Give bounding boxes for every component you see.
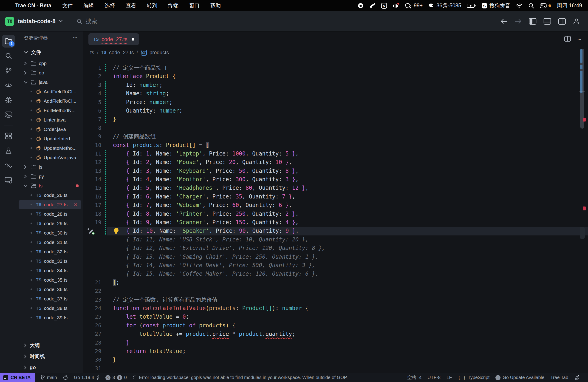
menu-item[interactable]: 帮助 [210,2,221,8]
eol-setting[interactable]: LF [446,375,452,380]
code-line-28[interactable]: 28 } [83,339,588,347]
cn-beta-badge[interactable]: CN BETA [0,373,35,382]
back-arrow-icon[interactable] [500,18,508,24]
code-line-3[interactable]: 3 Id: number; [83,81,588,89]
tree-item-ts[interactable]: ts [17,181,83,191]
debug-icon[interactable] [2,93,15,106]
problems-indicator[interactable]: ✕ 3 ! 0 [105,375,127,380]
audio-bars-icon[interactable] [393,2,399,9]
code-line-14[interactable]: 14 { Id: 4, Name: 'Monitor', Price: 300,… [83,175,588,184]
control-center-icon[interactable] [540,3,551,8]
code-line-9[interactable]: 9// 创建商品数组 [83,132,588,141]
eye-icon[interactable] [2,79,15,92]
tree-item-code_37ts[interactable]: TScode_37.ts [17,294,83,303]
beaker-icon[interactable] [2,144,15,157]
wifi-icon[interactable] [516,3,523,8]
breadcrumb-root[interactable]: ts [90,50,94,56]
waves-icon[interactable] [2,159,15,172]
tree-item-EditMethodN[interactable]: EditMethodN... [17,106,83,115]
tree-item-code_34ts[interactable]: TScode_34.ts [17,266,83,275]
split-editor-icon[interactable] [564,36,571,43]
code-line-22[interactable]: 22 [83,287,588,296]
tree-item-Linterjava[interactable]: Linter.java [17,115,83,125]
workspace-badge[interactable]: T8 [5,17,14,26]
code-line-7[interactable]: 7} [83,115,588,124]
code-line-2[interactable]: 2interface Product { [83,72,588,81]
tree-item-java[interactable]: java [17,77,83,87]
code-line-ghost[interactable]: { Id: 13, Name: 'Gaming Chair', Price: 2… [83,253,588,261]
code-line-25[interactable]: 25 let totalValue = 0; [83,313,588,321]
code-line-6[interactable]: 6 Quantity: number; [83,106,588,115]
tree-item-UpdateMetho[interactable]: UpdateMetho... [17,143,83,153]
tree-item-UpdateVarjava[interactable]: UpdateVar.java [17,153,83,162]
code-line-13[interactable]: 13 { Id: 3, Name: 'Keyboard', Price: 50,… [83,167,588,175]
code-line-29[interactable]: 29 return totalValue; [83,347,588,356]
tree-item-code_29ts[interactable]: TScode_29.ts [17,219,83,228]
code-line-16[interactable]: 16 { Id: 6, Name: 'Charger', Price: 35, … [83,192,588,201]
tree-item-AddFieldToCl[interactable]: AddFieldToCl... [17,96,83,106]
breadcrumb-symbol[interactable]: products [149,50,169,56]
tree-item-cpp[interactable]: cpp [17,59,83,68]
menu-item[interactable]: 转到 [147,2,157,8]
code-line-ghost[interactable]: { Id: 14, Name: 'Office Desk', Price: 50… [83,261,588,270]
tree-item-code_28ts[interactable]: TScode_28.ts [17,209,83,219]
bird-icon[interactable] [369,3,376,9]
code-line-ghost[interactable]: { Id: 12, Name: 'External Drive', Price:… [83,244,588,253]
terminal-icon[interactable] [2,108,15,121]
code-line-27[interactable]: 27 totalValue += product.price * product… [83,330,588,338]
battery-icon[interactable] [467,3,476,8]
code-line-12[interactable]: 12 { Id: 2, Name: 'Mouse', Price: 20, Qu… [83,158,588,167]
trae-tab-setting[interactable]: Trae Tab [550,375,568,380]
notifications-bell-icon[interactable] [574,375,580,380]
sidebar-section-timeline[interactable]: 时间线 [17,351,83,362]
layout-panel-icon[interactable] [544,18,551,25]
code-line-8[interactable]: 8 [83,124,588,132]
sidebar-section-go[interactable]: go [17,362,83,373]
scrollbar-segment[interactable] [580,227,585,239]
more-actions-icon[interactable]: ⋯ [73,35,78,41]
explorer-icon[interactable]: 1 [2,35,15,47]
encoding-setting[interactable]: UTF-8 [427,375,441,380]
menu-item[interactable]: 终端 [168,2,178,8]
layout-sidebar-right-icon[interactable] [558,18,566,25]
files-section-header[interactable]: 文件 [17,44,83,59]
tree-item-code_35ts[interactable]: TScode_35.ts [17,275,83,285]
app-name[interactable]: Trae CN - Beta [15,2,51,9]
menu-item[interactable]: 查看 [126,2,136,8]
source-control-icon[interactable] [2,64,15,77]
tree-item-code_27ts[interactable]: TScode_27.ts3 [19,200,81,209]
account-icon[interactable] [573,18,580,25]
sogou-icon[interactable]: S搜狗拼音 [482,2,510,9]
tree-item-code_31ts[interactable]: TScode_31.ts [17,237,83,247]
menu-item[interactable]: 选择 [105,2,115,8]
chevron-down-icon[interactable] [58,19,63,23]
tree-item-code_38ts[interactable]: TScode_38.ts [17,303,83,313]
code-line-31[interactable]: 31 [83,364,588,373]
code-line-4[interactable]: 4 Name: string; [83,89,588,98]
tree-item-code_26ts[interactable]: TScode_26.ts [17,191,83,200]
code-line-30[interactable]: 30} [83,356,588,364]
tree-item-AddFieldToCl[interactable]: AddFieldToCl... [17,87,83,96]
code-line-24[interactable]: 24function calculateTotalValue(products:… [83,304,588,313]
code-line-ghost[interactable]: { Id: 11, Name: 'USB Stick', Price: 10, … [83,235,588,244]
global-search[interactable]: 搜索 [77,18,97,25]
code-editor[interactable]: 1// 定义一个商品接口2interface Product {3 Id: nu… [83,58,588,373]
menu-item[interactable]: 文件 [62,2,73,8]
code-line-ghost[interactable]: { Id: 15, Name: 'Coffee Maker', Price: 1… [83,270,588,278]
code-line-26[interactable]: 26 for (const product of products) { [83,321,588,330]
code-line-18[interactable]: 18 { Id: 8, Name: 'Printer', Price: 250,… [83,210,588,218]
tree-item-code_33ts[interactable]: TScode_33.ts [17,256,83,266]
spotlight-search-icon[interactable] [528,3,534,9]
tree-item-UpdateInterf[interactable]: UpdateInterf... [17,134,83,143]
code-line-23[interactable]: 23// 定义一个函数, 计算所有商品的总价值 [83,296,588,304]
breadcrumb-file[interactable]: code_27.ts [109,50,134,56]
code-line-5[interactable]: 5 Price: number; [83,98,588,106]
code-line-21[interactable]: 21]; [83,278,588,287]
menu-item[interactable]: 窗口 [189,2,200,8]
sidebar-section-outline[interactable]: 大纲 [17,340,83,351]
tree-item-code_36ts[interactable]: TScode_36.ts [17,285,83,294]
indent-setting[interactable]: 空格: 4 [407,374,421,381]
tree-item-code_32ts[interactable]: TScode_32.ts [17,247,83,256]
tree-item-code_39ts[interactable]: TScode_39.ts [17,313,83,322]
extensions-icon[interactable] [2,129,15,142]
